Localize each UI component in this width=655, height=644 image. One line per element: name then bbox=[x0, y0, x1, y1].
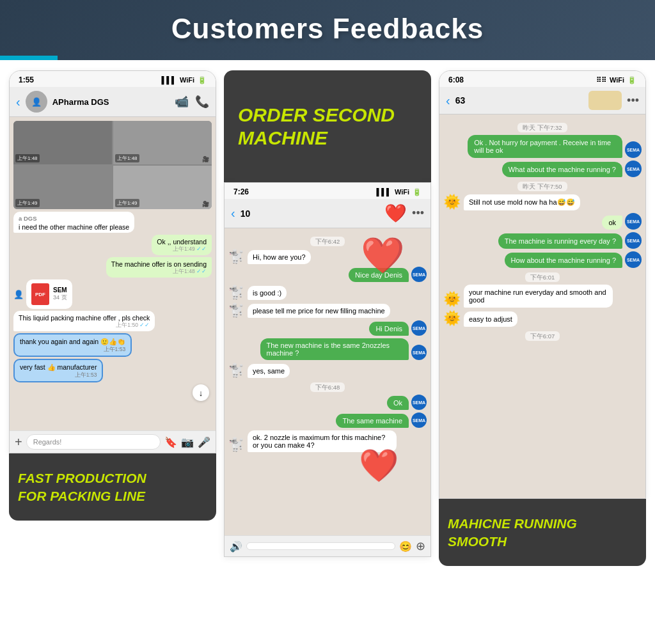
msg-right-8: 🌞 easy to adjust bbox=[443, 310, 642, 327]
page-title: Customers Feedbacks bbox=[0, 13, 655, 45]
chat-input-bar-mid: 🔊 😊 ⊕ bbox=[225, 535, 430, 556]
msg-right-7: 🌞 your machine run everyday and smooth a… bbox=[443, 285, 642, 308]
input-field-mid[interactable] bbox=[246, 542, 395, 550]
chat-header-left: ‹ 👤 APharma DGS 📹 📞 bbox=[10, 87, 216, 117]
status-bar-right: 6:08 ⠿⠿ WiFi 🔋 bbox=[439, 71, 645, 87]
chat-body-mid: ❤️ 下午6:42 🐩 Hi, how are you? Nice day De… bbox=[225, 228, 430, 535]
msg-right-4: ok SEMA bbox=[443, 213, 642, 230]
chat-body-right: 昨天 下午7:32 Ok . Not hurry for payment . R… bbox=[439, 114, 645, 498]
msg-mid-5: Hi Denis SEMA bbox=[228, 320, 427, 336]
add-icon-left[interactable]: + bbox=[15, 435, 22, 450]
call-icon[interactable]: 📞 bbox=[195, 95, 209, 109]
more-icon-right[interactable]: ••• bbox=[627, 94, 639, 107]
label-left: FAST PRODUCTIONFOR PACKING LINE bbox=[9, 453, 216, 521]
msg-right-2: What about the machine running ? SEMA bbox=[443, 161, 642, 177]
message-highlight-2: very fast 👍 manufacturer 上午1:53 bbox=[13, 359, 212, 382]
phone-left: 1:55 ▌▌▌ WiFi 🔋 ‹ 👤 APharma DGS 📹 📞 bbox=[9, 70, 216, 566]
msg-mid-8: Ok SEMA bbox=[228, 395, 427, 410]
status-bar-left: 1:55 ▌▌▌ WiFi 🔋 bbox=[10, 71, 216, 87]
mic-icon-left[interactable]: 🎤 bbox=[198, 436, 210, 448]
back-arrow-mid[interactable]: ‹ bbox=[231, 206, 235, 221]
scroll-down-button[interactable]: ↓ bbox=[193, 384, 209, 401]
doc-bubble: 👤 PDF SEM 34 页 bbox=[13, 279, 212, 309]
msg-mid-4: 🐩 please tell me price for new filling m… bbox=[228, 302, 427, 318]
msg-right-1: Ok . Not hurry for payment . Receive in … bbox=[443, 135, 642, 158]
msg-mid-7: 🐩 yes, same bbox=[228, 363, 427, 378]
page-header: Customers Feedbacks bbox=[0, 0, 655, 60]
more-icon-mid[interactable]: ••• bbox=[412, 207, 424, 220]
back-arrow-left[interactable]: ‹ bbox=[16, 95, 20, 109]
message-highlight-1: thank you again and again 🙂👍👏 上午1:53 bbox=[13, 333, 212, 357]
chat-header-mid: ‹ 10 ❤️ ••• bbox=[225, 199, 430, 228]
message-received-2: This liquid packing machine offer , pls … bbox=[13, 311, 212, 331]
phone-middle: ORDER SECONDMACHINE 7:26 ▌▌▌ WiFi 🔋 ‹ 10… bbox=[224, 70, 431, 566]
message-sent-2: The machine offer is on sending 上午1:48 ✓… bbox=[13, 257, 212, 278]
camera-icon-left[interactable]: 📷 bbox=[181, 436, 194, 448]
video-call-icon[interactable]: 📹 bbox=[175, 95, 189, 109]
msg-right-3: 🌞 Still not use mold now ha ha😅😅 bbox=[443, 194, 642, 210]
status-bar-mid: 7:26 ▌▌▌ WiFi 🔋 bbox=[225, 183, 430, 199]
chat-input-bar-left: + Regards! 🔖 📷 🎤 bbox=[10, 430, 216, 453]
input-field-left[interactable]: Regards! bbox=[26, 434, 161, 450]
chat-body-left: 上午1:48 上午1:48 🎥 上午1:49 上午1:49 🎥 bbox=[10, 117, 216, 430]
msg-right-5: The machine is running every day ? SEMA bbox=[443, 232, 642, 249]
back-arrow-right[interactable]: ‹ bbox=[446, 93, 450, 108]
msg-mid-9: The same machine SEMA bbox=[228, 412, 427, 428]
sticker-icon-mid[interactable]: 🔊 bbox=[230, 540, 242, 553]
phone-right: 6:08 ⠿⠿ WiFi 🔋 ‹ 63 ••• 昨天 下午7:32 bbox=[439, 70, 646, 566]
message-received-1: a DGS i need the other machine offer ple… bbox=[13, 212, 212, 233]
msg-right-6: How about the machine running ? SEMA bbox=[443, 251, 642, 268]
add-icon-mid[interactable]: ⊕ bbox=[416, 539, 425, 553]
chat-header-right: ‹ 63 ••• bbox=[439, 87, 645, 114]
message-sent-1: Ok ,, understand 上午1:49 ✓✓ bbox=[13, 235, 212, 255]
msg-mid-6: The new machine is the same 2nozzles mac… bbox=[228, 338, 427, 360]
order-label: ORDER SECONDMACHINE bbox=[224, 70, 431, 182]
emoji-icon-mid[interactable]: 😊 bbox=[399, 540, 412, 553]
sticker-icon-left[interactable]: 🔖 bbox=[164, 436, 177, 448]
label-right: MAHICNE RUNNINGSMOOTH bbox=[439, 499, 646, 566]
contact-name-left: APharma DGS bbox=[52, 97, 170, 107]
msg-mid-3: 🐩 is good :) bbox=[228, 285, 427, 300]
